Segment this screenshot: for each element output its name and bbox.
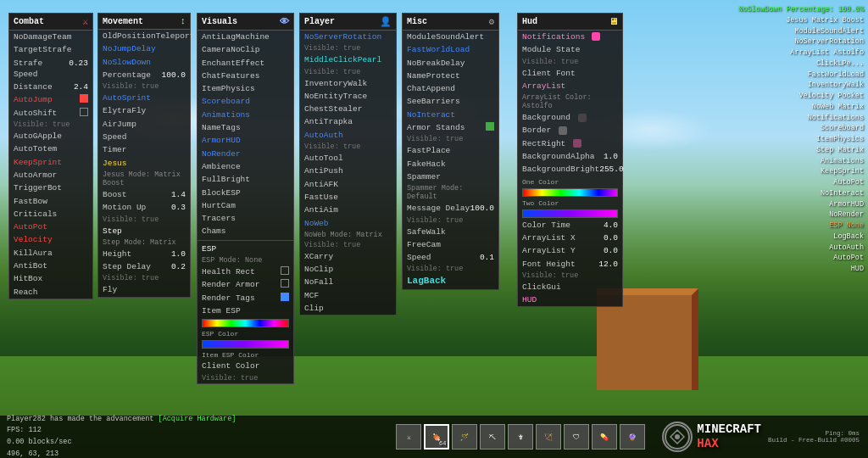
- item-chatappend[interactable]: ChatAppend: [403, 82, 498, 95]
- item-safewalk[interactable]: SafeWalk: [403, 226, 498, 238]
- item-arraylist[interactable]: ArrayList: [518, 80, 622, 92]
- item-fakehack[interactable]: FakeHack: [403, 158, 498, 170]
- item-nameprotect[interactable]: NameProtect: [403, 70, 498, 82]
- item-nametags[interactable]: NameTags: [198, 121, 293, 134]
- item-cheststealer[interactable]: ChestStealer: [300, 103, 396, 115]
- item-fastbow[interactable]: FastBow: [9, 195, 92, 208]
- item-clickgui[interactable]: ClickGui: [518, 281, 622, 293]
- item-rendertags[interactable]: Render Tags: [198, 292, 293, 304]
- panel-hud-header[interactable]: Hud 🖥: [518, 14, 622, 31]
- panel-movement-header[interactable]: Movement ↕: [98, 14, 190, 30]
- panel-visuals-header[interactable]: Visuals 👁: [198, 14, 293, 31]
- item-inventorywalk[interactable]: InventoryWalk: [300, 77, 396, 90]
- item-armorstands[interactable]: Armor Stands: [403, 121, 498, 134]
- autoshift-toggle[interactable]: [80, 108, 88, 116]
- item-itemesp[interactable]: Item ESP: [198, 304, 293, 317]
- item-speed[interactable]: Speed: [98, 131, 190, 143]
- item-killaura[interactable]: KillAura: [9, 247, 92, 260]
- item-esp-color-bar[interactable]: [202, 340, 289, 349]
- item-fullbright[interactable]: FullBright: [198, 173, 293, 186]
- hotbar-slot-8[interactable]: 💊: [592, 424, 617, 450]
- item-antiaim[interactable]: AntiAim: [300, 204, 396, 216]
- item-speed[interactable]: Speed0.1: [403, 251, 498, 264]
- item-rectright[interactable]: RectRight: [518, 137, 622, 150]
- item-reach[interactable]: Reach: [9, 286, 92, 299]
- item-targetstrafe[interactable]: TargetStrafe: [9, 43, 92, 56]
- item-nofall[interactable]: NoFall: [300, 276, 396, 288]
- item-noserverrotation[interactable]: NoServerRotation: [300, 31, 396, 43]
- item-nointeract[interactable]: NoInteract: [403, 109, 498, 121]
- item-enchanteffect[interactable]: EnchantEffect: [198, 57, 293, 70]
- item-armorhud[interactable]: ArmorHUD: [198, 134, 293, 147]
- item-arraylistx[interactable]: ArrayList X0.0: [518, 232, 622, 244]
- item-triggerbot[interactable]: TriggerBot: [9, 182, 92, 194]
- item-airjump[interactable]: AirJump: [98, 118, 190, 131]
- item-hitbox[interactable]: HitBox: [9, 272, 92, 285]
- item-border[interactable]: Border: [518, 124, 622, 137]
- item-percentage[interactable]: Percentage100.0: [98, 69, 190, 81]
- item-clientfont[interactable]: Client Font: [518, 67, 622, 80]
- item-criticals[interactable]: Criticals: [9, 208, 92, 221]
- item-velocity[interactable]: Velocity: [9, 233, 92, 246]
- item-fastuse[interactable]: FastUse: [300, 191, 396, 204]
- item-seebarriers[interactable]: SeeBarriers: [403, 95, 498, 108]
- item-fastworldload[interactable]: FastWorldLoad: [403, 43, 498, 56]
- item-noslowdown[interactable]: NoSlowDown: [98, 56, 190, 69]
- item-lagback[interactable]: LagBack: [403, 274, 498, 288]
- one-color-bar[interactable]: [522, 188, 618, 197]
- item-step[interactable]: Step: [98, 225, 190, 237]
- item-scoreboard[interactable]: Scoreboard: [198, 95, 293, 108]
- autojump-toggle[interactable]: [80, 94, 88, 103]
- item-motionup[interactable]: Motion Up0.3: [98, 201, 190, 214]
- item-autosprint[interactable]: AutoSprint: [98, 92, 190, 104]
- item-jesus[interactable]: Jesus: [98, 157, 190, 170]
- hotbar-slot-2[interactable]: 🍖64: [424, 424, 449, 450]
- item-antilagmachine[interactable]: AntiLagMachine: [198, 31, 293, 43]
- item-autojump[interactable]: AutoJump: [9, 93, 92, 106]
- item-ambience[interactable]: Ambience: [198, 160, 293, 173]
- panel-player-header[interactable]: Player 👤: [300, 14, 396, 31]
- item-notifications[interactable]: Notifications: [518, 31, 622, 43]
- item-boost[interactable]: Boost1.4: [98, 188, 190, 201]
- item-nobreakdelay[interactable]: NoBreakDelay: [403, 57, 498, 70]
- item-antiafk[interactable]: AntiAFK: [300, 178, 396, 191]
- item-blockesp[interactable]: BlockESP: [198, 187, 293, 199]
- item-bgalpha[interactable]: BackgroundAlpha1.0: [518, 150, 622, 163]
- item-mcf[interactable]: MCF: [300, 289, 396, 302]
- item-elytrafly[interactable]: ElytraFly: [98, 104, 190, 117]
- item-camenoraclip[interactable]: CameraNoClip: [198, 43, 293, 56]
- hotbar-slot-1[interactable]: ⚔: [396, 424, 421, 450]
- item-keepsprint[interactable]: KeepSprint: [9, 156, 92, 169]
- panel-misc-header[interactable]: Misc ⚙: [403, 14, 498, 31]
- item-strafe-speed[interactable]: Strafe Speed0.23: [9, 57, 92, 81]
- item-arraylisty[interactable]: ArrayList Y0.0: [518, 244, 622, 257]
- item-height[interactable]: Height1.0: [98, 248, 190, 260]
- item-spammer[interactable]: Spammer: [403, 170, 498, 183]
- item-distance[interactable]: Distance2.4: [9, 81, 92, 93]
- armorstands-toggle[interactable]: [486, 122, 494, 131]
- item-fly[interactable]: Fly: [98, 283, 190, 296]
- item-animations[interactable]: Animations: [198, 109, 293, 121]
- two-color-bar[interactable]: [522, 209, 618, 218]
- rendertags-toggle[interactable]: [281, 293, 289, 301]
- item-middleclickpearl[interactable]: MiddleClickPearl: [300, 53, 396, 66]
- item-bgbright[interactable]: BackgroundBright255.0: [518, 163, 622, 176]
- item-renderarmor[interactable]: Render Armor: [198, 278, 293, 291]
- item-healthrect[interactable]: Health Rect: [198, 265, 293, 278]
- panel-combat-header[interactable]: Combat ⚔: [9, 14, 92, 31]
- item-chatfeatures[interactable]: ChatFeatures: [198, 70, 293, 82]
- item-colortime[interactable]: Color Time4.0: [518, 219, 622, 232]
- item-autotool[interactable]: AutoTool: [300, 152, 396, 165]
- item-norender[interactable]: NoRender: [198, 148, 293, 160]
- hotbar-slot-4[interactable]: ⛏: [480, 424, 505, 450]
- hotbar-slot-6[interactable]: 🏹: [536, 424, 561, 450]
- item-fontheight[interactable]: Font Height12.0: [518, 258, 622, 271]
- item-chams[interactable]: Chams: [198, 225, 293, 237]
- renderarmor-toggle[interactable]: [281, 279, 289, 288]
- item-noentitytrace[interactable]: NoEntityTrace: [300, 90, 396, 103]
- item-autoarmor[interactable]: AutoArmor: [9, 169, 92, 182]
- item-oldposteleport[interactable]: OldPositionTeleport: [98, 30, 190, 42]
- item-antibot[interactable]: AntiBot: [9, 260, 92, 272]
- item-modulestate[interactable]: Module State: [518, 43, 622, 56]
- healthrect-toggle[interactable]: [281, 266, 289, 275]
